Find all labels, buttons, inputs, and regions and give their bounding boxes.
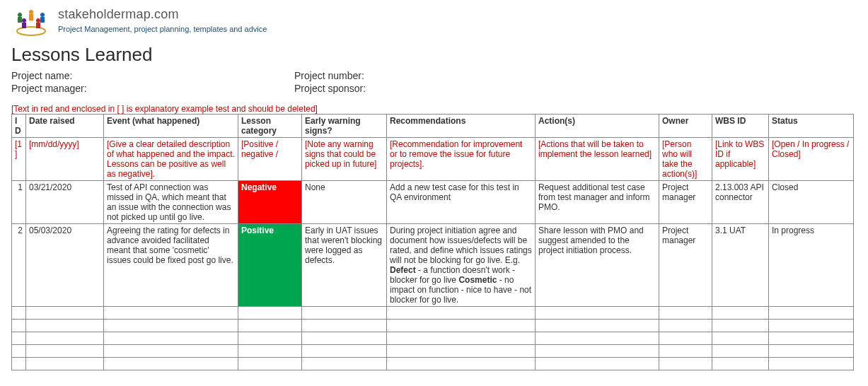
cell-status: Closed bbox=[769, 181, 854, 224]
logo-icon bbox=[11, 7, 51, 37]
project-sponsor-label: Project sponsor: bbox=[294, 83, 577, 94]
cell-empty bbox=[302, 345, 387, 358]
cell-recommendations: Add a new test case for this test in QA … bbox=[387, 181, 536, 224]
col-warning: Early warning signs? bbox=[302, 115, 387, 138]
cell-empty bbox=[104, 345, 238, 358]
col-actions: Action(s) bbox=[536, 115, 659, 138]
cell-empty bbox=[659, 358, 712, 370]
cell-owner: [Person who will take the action(s)] bbox=[659, 138, 712, 181]
cell-empty bbox=[104, 358, 238, 370]
cell-empty bbox=[769, 332, 854, 345]
cell-category: Positive bbox=[238, 224, 302, 307]
col-owner: Owner bbox=[659, 115, 712, 138]
cell-empty bbox=[659, 320, 712, 332]
svg-rect-6 bbox=[40, 17, 45, 23]
page-header: stakeholdermap.com Project Management, p… bbox=[11, 7, 857, 37]
cell-empty bbox=[769, 307, 854, 320]
cell-empty bbox=[712, 358, 769, 370]
svg-rect-8 bbox=[22, 23, 26, 28]
cell-empty bbox=[769, 345, 854, 358]
table-row: 103/21/2020Test of API connection was mi… bbox=[12, 181, 854, 224]
cell-empty bbox=[769, 320, 854, 332]
cell-date: [mm/dd/yyyy] bbox=[26, 138, 104, 181]
svg-rect-2 bbox=[29, 14, 33, 21]
project-number-label: Project number: bbox=[294, 70, 577, 81]
cell-wbs: [Link to WBS ID if applicable] bbox=[712, 138, 769, 181]
cell-empty bbox=[26, 307, 104, 320]
cell-empty bbox=[387, 320, 536, 332]
cell-id: [1] bbox=[12, 138, 26, 181]
cell-empty bbox=[104, 320, 238, 332]
table-row-empty bbox=[12, 332, 854, 345]
svg-rect-4 bbox=[18, 17, 22, 23]
cell-empty bbox=[238, 332, 302, 345]
table-row-empty bbox=[12, 307, 854, 320]
cell-actions: Share lesson with PMO and suggest amende… bbox=[536, 224, 659, 307]
col-recommendations: Recommendations bbox=[387, 115, 536, 138]
cell-empty bbox=[12, 307, 26, 320]
cell-warning: None bbox=[302, 181, 387, 224]
cell-recommendations: [Recommendation for improvement or to re… bbox=[387, 138, 536, 181]
cell-actions: [Actions that will be taken to implement… bbox=[536, 138, 659, 181]
cell-empty bbox=[12, 320, 26, 332]
svg-point-5 bbox=[40, 13, 45, 17]
cell-date: 03/21/2020 bbox=[26, 181, 104, 224]
cell-event: [Give a clear detailed description of wh… bbox=[104, 138, 238, 181]
cell-empty bbox=[238, 307, 302, 320]
cell-empty bbox=[12, 345, 26, 358]
cell-empty bbox=[302, 332, 387, 345]
cell-empty bbox=[769, 358, 854, 370]
svg-point-3 bbox=[18, 13, 22, 17]
cell-status: In progress bbox=[769, 224, 854, 307]
table-row-empty bbox=[12, 320, 854, 332]
meta-row-1: Project name: Project number: bbox=[11, 70, 857, 81]
cell-empty bbox=[26, 358, 104, 370]
cell-empty bbox=[104, 332, 238, 345]
cell-wbs: 3.1 UAT bbox=[712, 224, 769, 307]
table-header-row: ID Date raised Event (what happened) Les… bbox=[12, 115, 854, 138]
cell-event: Agreeing the rating for defects in advan… bbox=[104, 224, 238, 307]
cell-category: [Positive / negative / bbox=[238, 138, 302, 181]
cell-empty bbox=[387, 358, 536, 370]
cell-owner: Project manager bbox=[659, 224, 712, 307]
brand-name: stakeholdermap.com bbox=[58, 7, 267, 22]
col-status: Status bbox=[769, 115, 854, 138]
cell-empty bbox=[387, 307, 536, 320]
cell-empty bbox=[26, 320, 104, 332]
cell-empty bbox=[104, 307, 238, 320]
cell-owner: Project manager bbox=[659, 181, 712, 224]
col-event: Event (what happened) bbox=[104, 115, 238, 138]
col-wbs: WBS ID bbox=[712, 115, 769, 138]
cell-category: Negative bbox=[238, 181, 302, 224]
lessons-table: ID Date raised Event (what happened) Les… bbox=[11, 114, 854, 370]
page-title: Lessons Learned bbox=[11, 44, 857, 66]
cell-empty bbox=[536, 345, 659, 358]
cell-empty bbox=[238, 320, 302, 332]
svg-point-1 bbox=[29, 10, 33, 14]
cell-empty bbox=[238, 358, 302, 370]
cell-empty bbox=[12, 332, 26, 345]
brand-block: stakeholdermap.com Project Management, p… bbox=[58, 7, 267, 33]
cell-empty bbox=[387, 345, 536, 358]
cell-date: 05/03/2020 bbox=[26, 224, 104, 307]
table-row-empty bbox=[12, 358, 854, 370]
table-row-empty bbox=[12, 345, 854, 358]
explanatory-note: [Text in red and enclosed in [ ] is expl… bbox=[11, 104, 857, 114]
example-row: [1] [mm/dd/yyyy] [Give a clear detailed … bbox=[12, 138, 854, 181]
cell-empty bbox=[536, 307, 659, 320]
cell-empty bbox=[659, 332, 712, 345]
cell-empty bbox=[712, 307, 769, 320]
svg-rect-10 bbox=[36, 23, 40, 28]
cell-empty bbox=[659, 345, 712, 358]
project-manager-label: Project manager: bbox=[11, 83, 294, 94]
cell-status: [Open / In progress / Closed] bbox=[769, 138, 854, 181]
cell-empty bbox=[26, 332, 104, 345]
cell-empty bbox=[536, 358, 659, 370]
svg-point-9 bbox=[36, 18, 40, 23]
cell-empty bbox=[302, 307, 387, 320]
cell-empty bbox=[536, 320, 659, 332]
cell-actions: Request additional test case from test m… bbox=[536, 181, 659, 224]
cell-empty bbox=[302, 320, 387, 332]
table-row: 205/03/2020Agreeing the rating for defec… bbox=[12, 224, 854, 307]
svg-point-0 bbox=[17, 27, 45, 35]
